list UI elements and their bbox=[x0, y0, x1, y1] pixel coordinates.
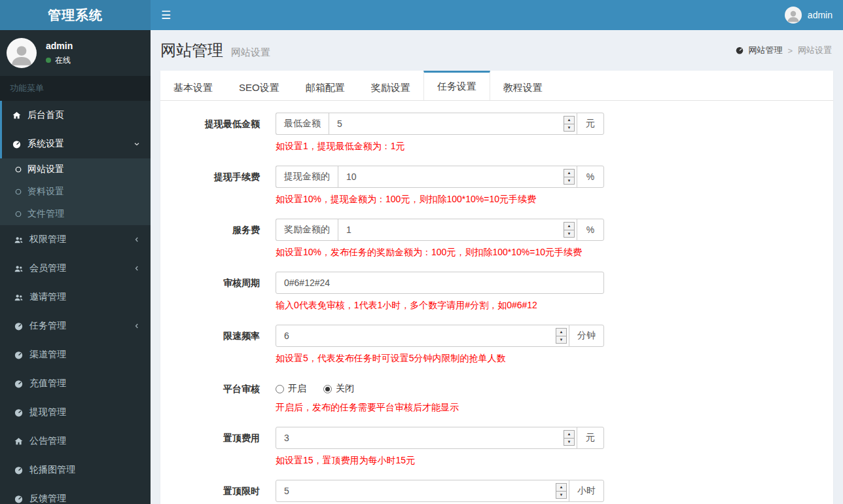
field-hint: 如设置1，提现最低金额为：1元 bbox=[276, 141, 604, 153]
dashboard-icon bbox=[14, 379, 24, 389]
circle-icon bbox=[14, 166, 22, 173]
review-cycle-input[interactable] bbox=[276, 272, 604, 294]
tab-reward-settings[interactable]: 奖励设置 bbox=[358, 71, 423, 100]
sidebar-item-announcements[interactable]: 公告管理 bbox=[0, 427, 151, 456]
sidebar-item-system-settings[interactable]: 系统设置 bbox=[0, 130, 151, 158]
spinner-down-icon[interactable]: ▼ bbox=[564, 177, 574, 185]
radio-option-off[interactable]: 关闭 bbox=[323, 383, 354, 395]
users-icon bbox=[14, 235, 24, 245]
breadcrumb-page: 网站设置 bbox=[798, 45, 832, 56]
tab-tutorial-settings[interactable]: 教程设置 bbox=[490, 71, 556, 100]
form-row-rate-limit: 限速频率 ▲▼ 分钟 如设置5，代表发布任务时可设置5分钟内限制的抢单人数 bbox=[167, 325, 827, 365]
service-fee-input[interactable] bbox=[338, 221, 564, 239]
field-hint: 如设置10%，发布任务的奖励金额为：100元，则扣除100*10%=10元手续费 bbox=[276, 247, 604, 259]
form-row-min-withdrawal: 提现最低金额 最低金额 ▲▼ 元 如设置1，提现最低金额为：1元 bbox=[167, 113, 827, 153]
users-icon bbox=[14, 264, 24, 274]
rate-limit-input[interactable] bbox=[276, 327, 556, 345]
tab-email-config[interactable]: 邮箱配置 bbox=[293, 71, 358, 100]
sidebar-item-withdrawals[interactable]: 提现管理 bbox=[0, 398, 151, 427]
field-hint: 如设置15，置顶费用为每小时15元 bbox=[276, 455, 604, 467]
main-content: 网站管理 网站设置 网站管理 > 网站设置 基本设置 SEO设置 邮箱配置 奖励… bbox=[151, 30, 843, 504]
spinner-down-icon[interactable]: ▼ bbox=[564, 439, 574, 446]
user-status-label: 在线 bbox=[55, 55, 71, 66]
number-spinner[interactable]: ▲▼ bbox=[556, 483, 567, 499]
tab-task-settings[interactable]: 任务设置 bbox=[423, 71, 490, 100]
spinner-up-icon[interactable]: ▲ bbox=[564, 117, 574, 124]
min-withdrawal-input[interactable] bbox=[329, 115, 564, 133]
input-suffix-addon: 元 bbox=[577, 427, 604, 449]
tab-basic-settings[interactable]: 基本设置 bbox=[160, 71, 226, 100]
sidebar-item-recharge[interactable]: 充值管理 bbox=[0, 369, 151, 398]
spinner-up-icon[interactable]: ▲ bbox=[564, 223, 574, 230]
system-settings-submenu: 网站设置 资料设置 文件管理 bbox=[0, 158, 151, 225]
radio-checked-icon[interactable] bbox=[323, 385, 332, 393]
navbar-user-menu[interactable]: admin bbox=[774, 0, 843, 30]
chevron-left-icon bbox=[133, 236, 141, 243]
radio-option-on[interactable]: 开启 bbox=[276, 383, 306, 395]
number-spinner[interactable]: ▲▼ bbox=[564, 169, 575, 185]
submenu-item-file-management[interactable]: 文件管理 bbox=[0, 203, 151, 225]
submenu-item-profile-settings[interactable]: 资料设置 bbox=[0, 181, 151, 203]
spinner-up-icon[interactable]: ▲ bbox=[556, 484, 566, 492]
input-suffix-addon: % bbox=[577, 166, 604, 188]
input-suffix-addon: % bbox=[577, 219, 604, 241]
breadcrumb-separator: > bbox=[787, 46, 793, 56]
spinner-down-icon[interactable]: ▼ bbox=[556, 336, 566, 344]
spinner-down-icon[interactable]: ▼ bbox=[556, 492, 566, 499]
tab-seo-settings[interactable]: SEO设置 bbox=[226, 71, 293, 100]
withdrawal-fee-input[interactable] bbox=[338, 168, 564, 186]
spinner-down-icon[interactable]: ▼ bbox=[564, 124, 574, 132]
field-label: 置顶费用 bbox=[167, 427, 260, 449]
pin-duration-input[interactable] bbox=[276, 482, 556, 500]
page-subtitle: 网站设置 bbox=[231, 46, 270, 58]
sidebar-item-invitations[interactable]: 邀请管理 bbox=[0, 283, 151, 312]
form-row-withdrawal-fee: 提现手续费 提现金额的 ▲▼ % 如设置10%，提现金额为：100元，则扣除10… bbox=[167, 166, 827, 206]
app-title: 管理系统 bbox=[48, 7, 103, 24]
user-status[interactable]: 在线 bbox=[46, 55, 73, 66]
input-suffix-addon: 元 bbox=[577, 113, 604, 135]
settings-panel: 基本设置 SEO设置 邮箱配置 奖励设置 任务设置 教程设置 提现最低金额 最低… bbox=[160, 71, 833, 504]
number-spinner[interactable]: ▲▼ bbox=[556, 328, 567, 344]
field-label: 审核周期 bbox=[167, 272, 260, 294]
home-icon bbox=[14, 437, 24, 446]
dashboard-icon bbox=[14, 494, 24, 504]
spinner-down-icon[interactable]: ▼ bbox=[564, 230, 574, 238]
field-label: 限速频率 bbox=[167, 325, 260, 347]
breadcrumb-section[interactable]: 网站管理 bbox=[748, 45, 782, 56]
number-spinner[interactable]: ▲▼ bbox=[564, 222, 575, 238]
sidebar-item-channels[interactable]: 渠道管理 bbox=[0, 340, 151, 369]
sidebar-item-carousel[interactable]: 轮播图管理 bbox=[0, 456, 151, 484]
sidebar-username: admin bbox=[46, 41, 73, 51]
submenu-item-site-settings[interactable]: 网站设置 bbox=[0, 158, 151, 181]
form-row-review-cycle: 审核周期 输入0代表免审核，1代表1小时，多个数字请用#分割，如0#6#12 bbox=[167, 272, 827, 312]
home-icon bbox=[12, 111, 22, 120]
chevron-down-icon bbox=[133, 140, 141, 148]
form-row-service-fee: 服务费 奖励金额的 ▲▼ % 如设置10%，发布任务的奖励金额为：100元，则扣… bbox=[167, 219, 827, 259]
online-dot-icon bbox=[46, 58, 51, 63]
top-navbar: 管理系统 ☰ admin bbox=[0, 0, 843, 30]
pin-fee-input[interactable] bbox=[276, 429, 564, 447]
sidebar-item-tasks[interactable]: 任务管理 bbox=[0, 312, 151, 340]
field-hint: 开启后，发布的任务需要平台审核后才能显示 bbox=[276, 402, 604, 414]
radio-unchecked-icon[interactable] bbox=[276, 385, 284, 393]
settings-tabs: 基本设置 SEO设置 邮箱配置 奖励设置 任务设置 教程设置 bbox=[160, 71, 833, 101]
sidebar-item-permissions[interactable]: 权限管理 bbox=[0, 225, 151, 254]
sidebar-toggle-button[interactable]: ☰ bbox=[151, 0, 181, 30]
sidebar-item-feedback[interactable]: 反馈管理 bbox=[0, 484, 151, 504]
spinner-up-icon[interactable]: ▲ bbox=[556, 329, 566, 336]
app-logo[interactable]: 管理系统 bbox=[0, 0, 151, 30]
field-label: 服务费 bbox=[167, 219, 260, 241]
spinner-up-icon[interactable]: ▲ bbox=[564, 170, 574, 177]
number-spinner[interactable]: ▲▼ bbox=[564, 430, 575, 446]
sidebar-item-home[interactable]: 后台首页 bbox=[0, 101, 151, 130]
users-icon bbox=[14, 293, 24, 302]
circle-icon bbox=[14, 210, 22, 218]
spinner-up-icon[interactable]: ▲ bbox=[564, 431, 574, 439]
sidebar-avatar bbox=[7, 38, 37, 68]
navbar-username: admin bbox=[808, 10, 833, 20]
form-row-pin-duration: 置顶限时 ▲▼ 小时 bbox=[167, 480, 827, 502]
sidebar-item-members[interactable]: 会员管理 bbox=[0, 254, 151, 283]
number-spinner[interactable]: ▲▼ bbox=[564, 116, 575, 132]
field-label: 平台审核 bbox=[167, 378, 260, 400]
field-hint: 输入0代表免审核，1代表1小时，多个数字请用#分割，如0#6#12 bbox=[276, 300, 604, 312]
